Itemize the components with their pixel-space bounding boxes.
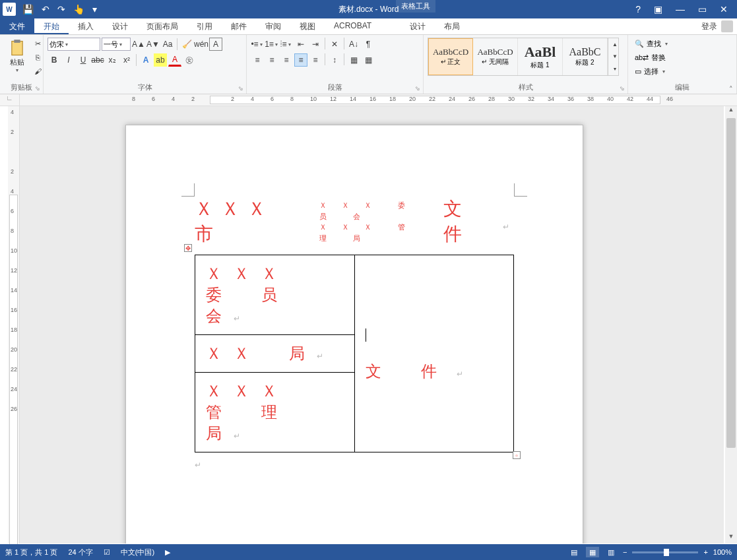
horizontal-ruler[interactable]: 8642246810121416182022242628303234363840… xyxy=(40,94,737,106)
table-move-handle[interactable]: ✥ xyxy=(184,244,192,252)
distribute-button[interactable]: ≡ xyxy=(309,53,322,67)
paste-button[interactable]: 粘贴 ▾ xyxy=(4,38,30,75)
bold-button[interactable]: B xyxy=(48,53,61,67)
scroll-thumb[interactable] xyxy=(726,118,736,448)
table-cell-r3c1[interactable]: ＸＸＸ 管 理 局↵ xyxy=(195,373,355,452)
close-button[interactable]: ✕ xyxy=(713,4,734,15)
vertical-ruler[interactable]: 422468101214161820222426 xyxy=(8,106,20,544)
align-left-button[interactable]: ≡ xyxy=(251,53,264,67)
format-painter-button[interactable]: 🖌 xyxy=(32,65,44,77)
clipboard-launcher[interactable]: ⬂ xyxy=(34,84,42,92)
tab-view[interactable]: 视图 xyxy=(290,18,325,34)
scroll-down-icon[interactable]: ▼ xyxy=(725,533,737,544)
zoom-out-button[interactable]: − xyxy=(623,548,627,556)
macro-icon[interactable]: ▶ xyxy=(165,548,170,557)
table-cell-right[interactable]: 文 件 ↵ xyxy=(354,255,514,452)
shrink-font-button[interactable]: A▼ xyxy=(146,38,160,51)
table-row[interactable]: ＸＸＸ 委 员 会↵ 文 件 ↵ xyxy=(195,255,514,335)
font-name-combo[interactable]: 仿宋▾ xyxy=(48,38,100,51)
underline-button[interactable]: U xyxy=(77,53,90,67)
subscript-button[interactable]: x₂ xyxy=(106,53,119,67)
show-marks-button[interactable]: ¶ xyxy=(362,38,375,51)
table-cell-r2c1[interactable]: ＸＸ 局↵ xyxy=(195,335,355,373)
scroll-up-icon[interactable]: ▲ xyxy=(725,106,737,117)
zoom-knob[interactable] xyxy=(664,549,669,556)
proofing-icon[interactable]: ☑ xyxy=(104,548,110,557)
tab-selector[interactable]: ∟ xyxy=(0,94,20,106)
superscript-button[interactable]: x² xyxy=(120,53,133,67)
text-effects-button[interactable]: A xyxy=(139,53,152,67)
copy-button[interactable]: ⎘ xyxy=(32,51,44,63)
change-case-button[interactable]: Aa xyxy=(161,38,174,51)
style-no-spacing[interactable]: AaBbCcD ↵ 无间隔 xyxy=(473,38,518,75)
enclose-char-button[interactable]: ㊛ xyxy=(183,53,196,67)
cut-button[interactable]: ✂ xyxy=(32,38,44,49)
login-link[interactable]: 登录 xyxy=(701,21,717,32)
style-heading2[interactable]: AaBbC 标题 2 xyxy=(563,38,608,75)
tab-design[interactable]: 设计 xyxy=(103,18,137,34)
strikethrough-button[interactable]: abc xyxy=(91,53,104,67)
table-cell-r1c1[interactable]: ＸＸＸ 委 员 会↵ xyxy=(195,255,355,335)
tab-references[interactable]: 引用 xyxy=(187,18,222,34)
restore-button[interactable]: ▭ xyxy=(691,4,713,15)
asian-layout-button[interactable]: ✕ xyxy=(328,38,341,51)
tab-layout[interactable]: 页面布局 xyxy=(137,18,187,34)
decrease-indent-button[interactable]: ⇤ xyxy=(294,38,307,51)
sort-button[interactable]: A↓ xyxy=(347,38,360,51)
styles-gallery[interactable]: AaBbCcD ↵ 正文 AaBbCcD ↵ 无间隔 AaBl 标题 1 AaB… xyxy=(428,38,619,76)
borders-button[interactable]: ▦ xyxy=(362,53,375,67)
tab-acrobat[interactable]: ACROBAT xyxy=(325,18,381,34)
tab-table-layout[interactable]: 布局 xyxy=(435,18,469,34)
paragraph-launcher[interactable]: ⬂ xyxy=(414,84,422,92)
align-right-button[interactable]: ≡ xyxy=(280,53,293,67)
highlight-button[interactable]: ab xyxy=(154,53,167,67)
print-layout-icon[interactable]: ▦ xyxy=(586,547,599,557)
increase-indent-button[interactable]: ⇥ xyxy=(309,38,322,51)
shading-button[interactable]: ▦ xyxy=(347,53,360,67)
select-button[interactable]: ▭选择▾ xyxy=(632,65,669,78)
justify-button[interactable]: ≡ xyxy=(294,53,307,67)
collapse-ribbon-icon[interactable]: ˄ xyxy=(729,85,733,94)
zoom-slider[interactable] xyxy=(632,551,698,553)
page-indicator[interactable]: 第 1 页，共 1 页 xyxy=(5,547,57,557)
web-layout-icon[interactable]: ▥ xyxy=(604,547,618,557)
save-icon[interactable]: 💾 xyxy=(18,4,38,15)
redo-icon[interactable]: ↷ xyxy=(53,4,69,15)
undo-icon[interactable]: ↶ xyxy=(38,4,53,15)
multilevel-button[interactable]: ⦙≡▾ xyxy=(280,38,293,51)
tab-insert[interactable]: 插入 xyxy=(69,18,103,34)
grow-font-button[interactable]: A▲ xyxy=(132,38,145,51)
clear-format-button[interactable]: 🧹 xyxy=(180,38,193,51)
doc-table[interactable]: ＸＸＸ 委 员 会↵ 文 件 ↵ ＸＸ 局↵ ＸＸＸ 管 理 局↵ xyxy=(195,255,514,452)
read-mode-icon[interactable]: ▤ xyxy=(567,547,581,557)
font-launcher[interactable]: ⬂ xyxy=(237,84,245,92)
tab-review[interactable]: 审阅 xyxy=(256,18,290,34)
find-button[interactable]: 🔍查找▾ xyxy=(632,38,672,50)
styles-launcher[interactable]: ⬂ xyxy=(618,84,626,92)
font-size-combo[interactable]: 一号▾ xyxy=(102,38,131,51)
document-body[interactable]: ＸＸＸ 市 Ｘ Ｘ Ｘ 委 员 会 Ｘ Ｘ Ｘ 管 理 局 文 件 ↵ ✥ ＸＸ… xyxy=(195,197,514,470)
styles-scroll-down[interactable]: ▼ xyxy=(608,51,622,63)
qat-more-icon[interactable]: ▾ xyxy=(88,4,101,15)
minimize-button[interactable]: — xyxy=(669,4,691,15)
phonetic-guide-button[interactable]: wén xyxy=(195,38,208,51)
style-heading1[interactable]: AaBl 标题 1 xyxy=(518,38,563,75)
zoom-in-button[interactable]: + xyxy=(703,548,707,556)
tab-table-design[interactable]: 设计 xyxy=(401,18,435,34)
touch-mode-icon[interactable]: 👆 xyxy=(69,4,88,15)
page[interactable]: ＸＸＸ 市 Ｘ Ｘ Ｘ 委 员 会 Ｘ Ｘ Ｘ 管 理 局 文 件 ↵ ✥ ＸＸ… xyxy=(125,125,583,544)
style-normal[interactable]: AaBbCcD ↵ 正文 xyxy=(428,38,473,75)
char-border-button[interactable]: A xyxy=(209,38,222,51)
styles-scroll-up[interactable]: ▲ xyxy=(608,38,622,50)
tab-file[interactable]: 文件 xyxy=(0,18,34,34)
user-avatar-icon[interactable] xyxy=(721,20,733,32)
line-spacing-button[interactable]: ↕ xyxy=(328,53,341,67)
word-count[interactable]: 24 个字 xyxy=(68,547,92,557)
ribbon-options-icon[interactable]: ▣ xyxy=(647,4,669,15)
italic-button[interactable]: I xyxy=(62,53,75,67)
styles-expand[interactable]: ▾ xyxy=(608,63,622,75)
tab-home[interactable]: 开始 xyxy=(34,18,69,34)
tab-mailings[interactable]: 邮件 xyxy=(222,18,256,34)
help-icon[interactable]: ? xyxy=(629,4,647,15)
table-resize-handle[interactable]: ▫ xyxy=(513,451,521,459)
